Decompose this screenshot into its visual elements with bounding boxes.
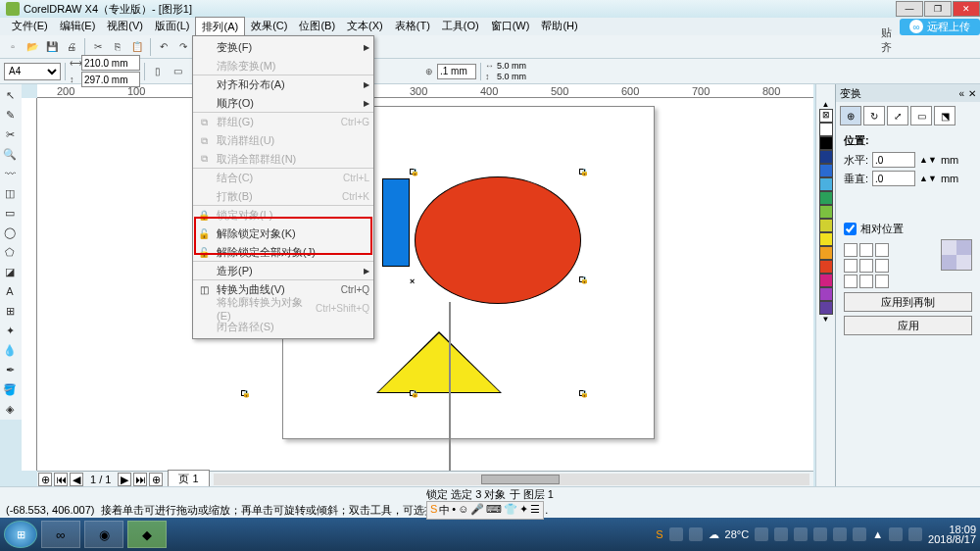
tray-icon-7[interactable] — [833, 527, 847, 541]
ellipse-tool[interactable]: ◯ — [1, 224, 19, 241]
horizontal-input[interactable] — [872, 152, 915, 168]
ellipse-object[interactable] — [415, 176, 581, 304]
shape-tool[interactable]: ✎ — [1, 106, 19, 124]
tray-icon-1[interactable] — [669, 527, 683, 541]
skew-tab[interactable]: ⬔ — [934, 106, 956, 125]
menu-item-12[interactable]: 造形(P)▶ — [193, 262, 373, 280]
selection-handle-tr[interactable]: 🔒 — [579, 169, 585, 175]
menu-item-0[interactable]: 变换(F)▶ — [193, 38, 373, 57]
tray-icon-2[interactable] — [689, 527, 703, 541]
horizontal-scrollbar[interactable] — [214, 474, 809, 485]
maximize-button[interactable]: ❐ — [924, 1, 952, 17]
ime-sogou-icon[interactable]: S — [430, 503, 437, 518]
weather-icon[interactable]: ☁ — [709, 528, 719, 541]
menu-10[interactable]: 窗口(W) — [485, 17, 536, 36]
save-button[interactable] — [43, 38, 61, 56]
anchor-bc[interactable] — [859, 275, 873, 288]
color-swatch-3[interactable] — [819, 164, 833, 177]
interactive-fill-tool[interactable]: ◈ — [1, 400, 19, 418]
ime-lang-icon[interactable]: 中 — [439, 503, 450, 518]
first-page-button[interactable]: ⏮ — [54, 473, 68, 486]
selection-handle-bc[interactable]: 🔒 — [410, 390, 416, 396]
redo-button[interactable] — [174, 38, 192, 56]
anchor-tl[interactable] — [844, 243, 858, 257]
color-swatch-6[interactable] — [819, 205, 833, 219]
color-swatch-11[interactable] — [819, 274, 833, 287]
ime-toolbar[interactable]: S 中 • ☺ 🎤 ⌨ 👕 ✦ ☰ — [426, 501, 544, 520]
cut-button[interactable] — [89, 38, 107, 56]
palette-scroll-down[interactable]: ▼ — [822, 315, 830, 324]
nudge-input[interactable] — [437, 64, 476, 79]
page-width-input[interactable] — [81, 55, 140, 71]
anchor-grid[interactable] — [844, 243, 889, 288]
selection-handle-mr[interactable]: 🔒 — [579, 276, 585, 282]
color-swatch-7[interactable] — [819, 219, 833, 232]
next-page-button[interactable]: ▶ — [118, 473, 131, 486]
ime-keyboard-icon[interactable]: ⌨ — [486, 503, 502, 518]
add-page-button[interactable]: ⊕ — [38, 473, 52, 486]
rotate-tab[interactable]: ↻ — [863, 106, 885, 125]
page-height-input[interactable] — [81, 72, 140, 87]
menu-2[interactable]: 视图(V) — [101, 17, 149, 36]
interactive-tool[interactable]: ✦ — [1, 322, 19, 339]
tray-icon-6[interactable] — [813, 527, 827, 541]
start-button[interactable]: ⊞ — [4, 521, 37, 548]
menu-6[interactable]: 位图(B) — [293, 17, 341, 36]
tray-network-icon[interactable] — [908, 527, 922, 541]
color-swatch-5[interactable] — [819, 191, 833, 205]
polygon-tool[interactable]: ⬠ — [1, 243, 19, 261]
color-swatch-4[interactable] — [819, 177, 833, 191]
tray-expand-icon[interactable]: ▲ — [872, 528, 883, 540]
prev-page-button[interactable]: ◀ — [70, 473, 83, 486]
menu-8[interactable]: 表格(T) — [389, 17, 436, 36]
anchor-mc[interactable] — [859, 259, 873, 273]
selection-handle-tc[interactable]: 🔒 — [410, 169, 416, 175]
ime-mic-icon[interactable]: 🎤 — [470, 503, 484, 518]
fill-tool[interactable]: 🪣 — [1, 380, 19, 398]
tray-icon-4[interactable] — [774, 527, 788, 541]
docker-close-icon[interactable]: ✕ — [968, 88, 976, 99]
anchor-br[interactable] — [875, 275, 889, 288]
eyedropper-tool[interactable]: 💧 — [1, 341, 19, 359]
cloud-upload-button[interactable]: ∞ 远程上传 — [900, 19, 980, 35]
undo-button[interactable] — [155, 38, 172, 56]
size-tab[interactable]: ▭ — [910, 106, 932, 125]
menu-9[interactable]: 工具(O) — [436, 17, 485, 36]
basic-shapes-tool[interactable]: ◪ — [1, 263, 19, 280]
ime-skin-icon[interactable]: 👕 — [504, 503, 517, 518]
selection-handle-br[interactable]: 🔒 — [579, 390, 585, 396]
paper-size-select[interactable]: A4 — [4, 63, 61, 80]
table-tool[interactable]: ⊞ — [1, 302, 19, 320]
landscape-button[interactable]: ▭ — [169, 63, 186, 80]
vertical-input[interactable] — [872, 171, 915, 186]
anchor-tc[interactable] — [859, 243, 873, 257]
scrollbar-thumb[interactable] — [481, 475, 560, 484]
menu-3[interactable]: 版面(L) — [149, 17, 195, 36]
menu-item-11[interactable]: 🔓解除锁定全部对象(J) — [193, 243, 373, 262]
ime-set-icon[interactable]: ✦ — [519, 503, 528, 518]
snap-dropdown[interactable]: 贴齐 ▾ — [880, 38, 898, 56]
pick-tool[interactable]: ↖ — [1, 86, 19, 104]
color-swatch-2[interactable] — [819, 150, 833, 164]
tray-icon-5[interactable] — [794, 527, 808, 541]
menu-item-10[interactable]: 🔓解除锁定对象(K) — [193, 225, 373, 243]
triangle-object[interactable] — [378, 333, 500, 392]
menu-item-2[interactable]: 对齐和分布(A)▶ — [193, 75, 373, 94]
palette-scroll-up[interactable]: ▲ — [822, 100, 830, 109]
clock[interactable]: 18:09 2018/8/17 — [928, 525, 976, 544]
apply-duplicate-button[interactable]: 应用到再制 — [844, 292, 972, 312]
tray-icon-3[interactable] — [755, 527, 768, 541]
position-tab[interactable]: ⊕ — [840, 106, 861, 125]
paste-button[interactable] — [128, 38, 146, 56]
text-tool[interactable]: A — [1, 282, 19, 300]
menu-0[interactable]: 文件(E) — [6, 17, 54, 36]
ime-punct-icon[interactable]: • — [452, 503, 456, 518]
menu-7[interactable]: 文本(X) — [341, 17, 389, 36]
menu-4[interactable]: 排列(A) — [195, 17, 245, 36]
close-button[interactable]: ✕ — [953, 1, 980, 17]
open-button[interactable] — [24, 38, 41, 56]
task-coreldraw[interactable]: ◆ — [127, 521, 167, 548]
minimize-button[interactable]: — — [896, 1, 923, 17]
canvas[interactable]: 🔒 🔒 🔒 🔒 🔒 🔒 🔒 🔒 × — [37, 98, 813, 471]
color-swatch-0[interactable] — [819, 123, 833, 136]
